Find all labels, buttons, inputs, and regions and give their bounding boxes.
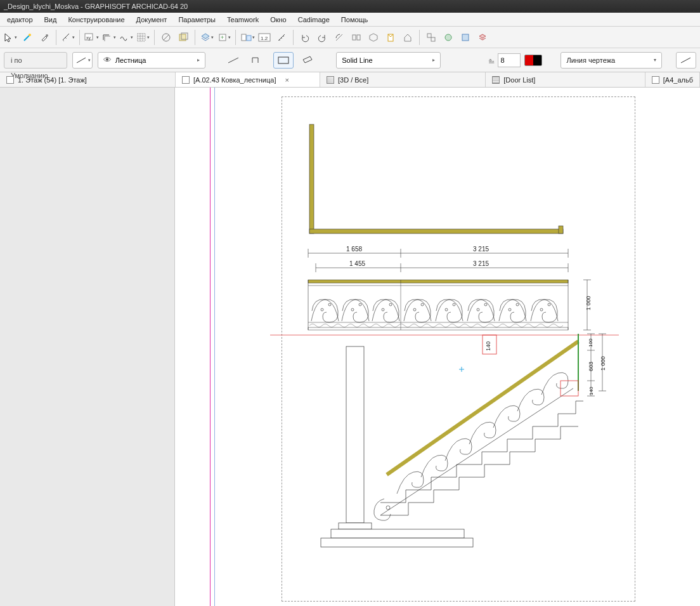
measure-button[interactable]: [273, 29, 290, 46]
sheet-icon: [182, 76, 190, 84]
svg-rect-11: [247, 36, 251, 41]
menu-view[interactable]: Вид: [39, 16, 63, 23]
newview-button[interactable]: +▾: [216, 29, 232, 46]
menu-editor[interactable]: едактор: [1, 16, 39, 23]
drawing-content: 1 658 3 215 1 455 3 215: [175, 88, 700, 606]
geom-line-button[interactable]: [223, 52, 243, 69]
clip-button[interactable]: [457, 29, 474, 46]
tab-3d[interactable]: [3D / Все]: [320, 72, 486, 87]
mirror-button[interactable]: [348, 29, 365, 46]
tab-floorplan-label: 1. Этаж (54) [1. Этаж]: [18, 76, 87, 84]
tab-a4-label: [A4_альб: [663, 76, 693, 84]
grid-button[interactable]: ▾: [134, 29, 151, 46]
magic-wand-button[interactable]: [19, 29, 36, 46]
svg-rect-51: [331, 529, 464, 538]
sheet-icon: [652, 76, 659, 84]
render-button[interactable]: [440, 29, 457, 46]
pen-underline-icon: ⎁: [489, 55, 494, 65]
pen-color-swatch[interactable]: [524, 55, 542, 66]
menu-help[interactable]: Помощь: [335, 16, 374, 23]
title-bar: _Design_klychi_Moskva - GRAPHISOFT ARCHI…: [0, 0, 700, 13]
home-button[interactable]: [399, 29, 416, 46]
svg-rect-23: [278, 57, 288, 63]
menu-params[interactable]: Параметры: [172, 16, 221, 23]
svg-rect-27: [559, 226, 563, 234]
suspend-button[interactable]: [158, 29, 174, 46]
navigator-panel[interactable]: [0, 88, 175, 606]
svg-rect-26: [309, 229, 563, 234]
cursor-tool-button[interactable]: ▾: [2, 29, 18, 46]
offset-button[interactable]: ▾: [100, 29, 117, 46]
menu-cadimage[interactable]: Cadimage: [292, 16, 335, 23]
info-toolbar: і по Умолчанию ▾ 👁 Лестница ▸ Solid Line…: [0, 48, 700, 72]
menu-construct[interactable]: Конструирование: [62, 16, 130, 23]
dim-1658: 1 658: [346, 246, 362, 253]
svg-line-53: [380, 388, 573, 515]
svg-rect-25: [309, 124, 314, 234]
svg-line-24: [681, 58, 690, 63]
project-button[interactable]: ▾: [239, 29, 256, 46]
undo-button[interactable]: [297, 29, 313, 46]
dim-3215a: 3 215: [473, 246, 489, 253]
layer-name: Лестница: [115, 56, 146, 64]
menu-document[interactable]: Документ: [131, 16, 173, 23]
pen-settings: ⎁: [489, 53, 542, 67]
dimension-12-button[interactable]: 1.2: [256, 29, 273, 46]
drawing-canvas[interactable]: 1 658 3 215 1 455 3 215: [175, 88, 700, 606]
xy-coord-button[interactable]: xy▾: [83, 29, 100, 46]
pen-number-input[interactable]: [498, 53, 521, 67]
dim-1000b: 1 000: [600, 356, 606, 371]
3d-object-button[interactable]: [365, 29, 382, 46]
dim-3215b: 3 215: [473, 260, 489, 267]
line-category-label: Линия чертежа: [566, 56, 615, 64]
arrow-style-button[interactable]: [676, 52, 696, 69]
dim-140a: 140: [485, 341, 491, 351]
dim-1000a: 1 000: [585, 296, 592, 310]
view-tabs: 1. Этаж (54) [1. Этаж] [A.02.43 Ковка_ле…: [0, 72, 700, 88]
tab-layout-label: [A.02.43 Ковка_лестница]: [193, 76, 276, 84]
svg-text:1.2: 1.2: [261, 36, 268, 41]
rotate-tool-button[interactable]: [331, 29, 347, 46]
svg-rect-15: [357, 35, 360, 40]
tab-layout[interactable]: [A.02.43 Ковка_лестница] ×: [176, 72, 320, 87]
svg-point-44: [328, 303, 331, 306]
layer-stack-button[interactable]: [474, 29, 491, 46]
menu-window[interactable]: Окно: [264, 16, 292, 23]
eyedropper-button[interactable]: [36, 29, 53, 46]
tab-floorplan[interactable]: 1. Этаж (54) [1. Этаж]: [0, 72, 176, 87]
tab-close-button[interactable]: ×: [285, 76, 288, 84]
layers-button[interactable]: ▾: [198, 29, 215, 46]
redo-button[interactable]: [314, 29, 330, 46]
svg-rect-10: [242, 34, 246, 41]
svg-rect-17: [427, 34, 431, 37]
dim-603: 603: [588, 362, 594, 371]
menu-teamwork[interactable]: Teamwork: [221, 16, 264, 23]
dim-1455: 1 455: [349, 260, 365, 267]
geom-rotrect-button[interactable]: [299, 52, 319, 69]
tab-doorlist[interactable]: [Door List]: [486, 72, 645, 87]
svg-text:+: +: [221, 34, 224, 41]
svg-text:xy: xy: [86, 36, 91, 41]
dim-140b: 140: [588, 386, 594, 395]
favorite-button[interactable]: [382, 29, 399, 46]
linetype-selector[interactable]: Solid Line ▸: [336, 52, 441, 69]
eye-icon: 👁: [103, 55, 112, 65]
tab-a4[interactable]: [A4_альб: [645, 72, 700, 87]
svg-line-22: [228, 58, 238, 63]
svg-point-43: [321, 308, 323, 311]
svg-point-0: [29, 34, 31, 36]
svg-point-1: [46, 34, 48, 37]
snap-grid-button[interactable]: ▾: [117, 29, 134, 46]
geom-polyline-button[interactable]: [248, 52, 268, 69]
trace-button[interactable]: [175, 29, 191, 46]
layer-selector[interactable]: 👁 Лестница ▸: [98, 52, 205, 69]
line-slope-button[interactable]: ▾: [72, 52, 93, 69]
line-category-selector[interactable]: Линия чертежа ▾: [561, 52, 662, 69]
default-settings-button[interactable]: і по Умолчанию: [4, 52, 67, 69]
main-toolbar: ▾ ▾ xy▾ ▾ ▾ ▾ ▾ +▾ ▾ 1.2: [0, 27, 700, 48]
geom-rect-button[interactable]: [273, 52, 294, 69]
group-button[interactable]: [423, 29, 439, 46]
workspace: 1 658 3 215 1 455 3 215: [0, 88, 700, 606]
linetype-label: Solid Line: [342, 56, 372, 64]
ruler-button[interactable]: ▾: [60, 29, 76, 46]
